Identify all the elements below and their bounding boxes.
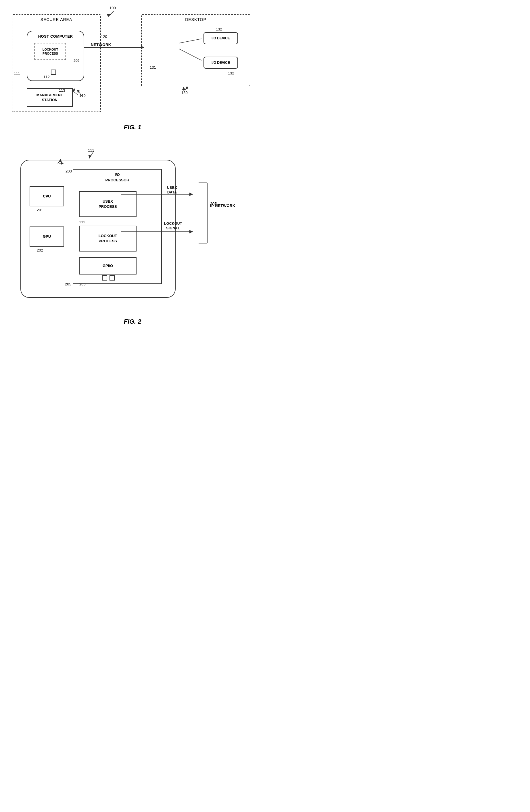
desktop-box: DESKTOP PORTAL 131 132 I/O DEVICE I/O DE… bbox=[141, 14, 250, 86]
svg-marker-25 bbox=[189, 230, 193, 233]
ref-132-top: 132 bbox=[216, 27, 222, 31]
secure-area-label: SECURE AREA bbox=[41, 17, 72, 22]
secure-area-box: SECURE AREA HOST COMPUTER LOCKOUTPROCESS… bbox=[12, 14, 101, 112]
ip-network-label: IP NETWORK bbox=[210, 203, 235, 208]
fig2-connections-svg bbox=[6, 148, 259, 315]
fig2-diagram: 111 CPU GPU 201 202 bbox=[6, 148, 259, 315]
desktop-label: DESKTOP bbox=[185, 17, 206, 22]
lockout-process-box: LOCKOUTPROCESS bbox=[34, 43, 66, 60]
ref-206-fig1: 206 bbox=[74, 59, 79, 63]
usbx-data-label: USBXDATA bbox=[167, 186, 177, 194]
io-device-1: I/O DEVICE bbox=[204, 32, 238, 44]
svg-marker-1 bbox=[107, 14, 111, 17]
ip-network-container: 205 IP NETWORK bbox=[210, 202, 235, 207]
ref-100: 100 bbox=[109, 6, 116, 10]
svg-marker-23 bbox=[189, 192, 193, 196]
management-station-label: MANAGEMENTSTATION bbox=[36, 93, 63, 103]
svg-line-0 bbox=[108, 11, 114, 17]
connector-square bbox=[51, 70, 56, 75]
lockout-signal-label: LOCKOUTSIGNAL bbox=[164, 222, 182, 231]
host-computer-label: HOST COMPUTER bbox=[38, 34, 73, 39]
ref-111-fig1: 111 bbox=[14, 71, 20, 75]
ref-120: 120 bbox=[101, 34, 107, 39]
fig2-label: FIG. 2 bbox=[123, 318, 141, 325]
page-container: 100 bbox=[6, 6, 259, 325]
ref-132-bottom: 132 bbox=[228, 71, 234, 75]
network-label: NETWORK bbox=[91, 43, 111, 47]
host-computer-box: HOST COMPUTER LOCKOUTPROCESS 206 bbox=[27, 31, 84, 81]
io-device-2: I/O DEVICE bbox=[204, 57, 238, 69]
lockout-process-label: LOCKOUTPROCESS bbox=[43, 47, 58, 56]
ref-110-arrow bbox=[74, 86, 85, 98]
io-device-2-label: I/O DEVICE bbox=[211, 61, 230, 65]
io-device-1-label: I/O DEVICE bbox=[211, 36, 230, 40]
management-station-box: MANAGEMENTSTATION bbox=[27, 88, 73, 107]
ref-130-arrow bbox=[180, 83, 191, 93]
fig2-section: 111 CPU GPU 201 202 bbox=[6, 148, 259, 325]
fig1-section: 100 bbox=[6, 6, 259, 131]
fig1-label: FIG. 1 bbox=[123, 124, 141, 131]
ref-131: 131 bbox=[150, 65, 156, 70]
ref-113: 113 bbox=[59, 88, 65, 92]
ref-112-fig1: 112 bbox=[43, 75, 50, 79]
svg-marker-32 bbox=[61, 161, 63, 165]
fig1-diagram: 100 bbox=[6, 6, 259, 121]
